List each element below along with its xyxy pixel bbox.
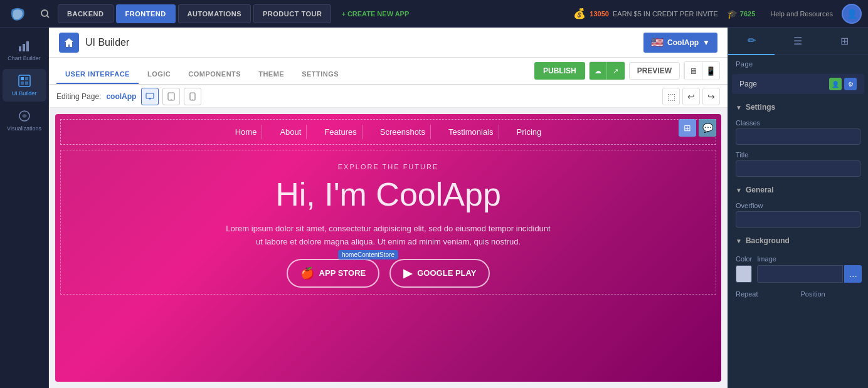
- color-image-row: Color Image …: [736, 255, 860, 283]
- canvas-grid-button[interactable]: ⊞: [679, 119, 696, 137]
- logo[interactable]: [6, 3, 29, 25]
- image-label: Image: [757, 255, 862, 263]
- automations-button[interactable]: AUTOMATIONS: [178, 4, 251, 23]
- mobile-view-button[interactable]: [184, 88, 201, 105]
- image-column: Image …: [757, 255, 862, 283]
- svg-line-1: [46, 15, 49, 18]
- background-header-text: Background: [746, 236, 790, 245]
- title-label: Title: [736, 151, 860, 159]
- image-input-row: …: [757, 265, 862, 283]
- background-section-header[interactable]: ▼ Background: [728, 231, 868, 250]
- main-layout: Chart Builder UI Builder Visualizations: [0, 28, 868, 388]
- builder-home-button[interactable]: [59, 33, 79, 53]
- edit-tools: ⬚ ↩ ↪: [662, 88, 720, 105]
- svg-rect-8: [21, 81, 24, 85]
- image-input[interactable]: [757, 265, 843, 283]
- svg-rect-7: [25, 77, 28, 80]
- color-preview[interactable]: [736, 265, 752, 283]
- sidebar-item-visualizations[interactable]: Visualizations: [3, 104, 46, 137]
- preview-button[interactable]: PREVIEW: [629, 62, 680, 80]
- play-icon: ▶: [403, 266, 412, 280]
- editing-page-name[interactable]: coolApp: [106, 92, 136, 101]
- redo-button[interactable]: ↪: [702, 88, 720, 105]
- classes-label: Classes: [736, 119, 860, 127]
- publish-button[interactable]: PUBLISH: [534, 62, 585, 80]
- overflow-label: Overflow: [736, 202, 860, 209]
- app-selector-chevron: ▼: [702, 38, 710, 47]
- canvas-nav-screenshots[interactable]: Screenshots: [375, 125, 431, 139]
- svg-rect-9: [25, 81, 28, 85]
- app-name: CoolApp: [667, 38, 699, 47]
- panel-add-page-button[interactable]: 👤: [829, 78, 842, 90]
- publish-share-button[interactable]: ↗: [607, 62, 625, 80]
- general-chevron-icon: ▼: [736, 187, 742, 194]
- canvas[interactable]: ⊞ 💬 Home About Features Screenshots Test…: [49, 108, 728, 388]
- google-play-label: GOOGLE PLAY: [417, 268, 476, 278]
- canvas-nav-home[interactable]: Home: [230, 125, 263, 139]
- editing-label: Editing Page:: [56, 92, 101, 101]
- product-tour-button[interactable]: PRODUCT TOUR: [253, 4, 331, 23]
- app-selector[interactable]: 🇺🇸 CoolApp ▼: [643, 33, 717, 53]
- tab-settings[interactable]: SETTINGS: [293, 64, 347, 84]
- create-new-app-button[interactable]: + CREATE NEW APP: [334, 4, 416, 23]
- canvas-nav-testimonials[interactable]: Testimonials: [443, 125, 499, 139]
- editing-bar: Editing Page: coolApp ⬚ ↩ ↪: [49, 85, 728, 108]
- tab-tools: PUBLISH ☁ ↗ PREVIEW 🖥 📱: [534, 61, 720, 84]
- app-store-label: APP STORE: [319, 268, 366, 278]
- user-avatar[interactable]: 👤: [842, 4, 862, 24]
- tab-components[interactable]: COMPONENTS: [179, 64, 250, 84]
- hero-title: Hi, I'm CoolApp: [73, 177, 703, 212]
- content-store-label: homeContentStore: [338, 250, 398, 260]
- canvas-hero-section: EXPLORE THE FUTURE Hi, I'm CoolApp Lorem…: [60, 150, 716, 295]
- general-section-header[interactable]: ▼ General: [728, 181, 868, 199]
- google-play-button[interactable]: ▶ GOOGLE PLAY: [389, 259, 490, 288]
- title-input[interactable]: [736, 160, 860, 177]
- tab-theme[interactable]: THEME: [250, 64, 293, 84]
- settings-chevron-icon: ▼: [736, 104, 742, 111]
- tab-user-interface[interactable]: USER INTERFACE: [56, 64, 139, 84]
- sidebar-viz-label: Visualizations: [7, 125, 41, 132]
- canvas-nav-features[interactable]: Features: [319, 125, 362, 139]
- rpanel-tab-list[interactable]: ☰: [775, 28, 821, 55]
- right-panel: ✏ ☰ ⊞ Page Page 👤 ⚙ ▼ Settings Classes T…: [728, 28, 868, 388]
- classes-input[interactable]: [736, 128, 860, 145]
- credit-area: 💰 13050 EARN $5 IN CREDIT PER INVITE: [573, 8, 717, 19]
- frontend-button[interactable]: FRONTEND: [116, 4, 176, 23]
- preview-device-group: 🖥 📱: [684, 61, 720, 80]
- panel-settings-page-button[interactable]: ⚙: [844, 78, 857, 90]
- undo-button[interactable]: ↩: [682, 88, 700, 105]
- device-icons: [141, 88, 201, 105]
- left-sidebar: Chart Builder UI Builder Visualizations: [0, 28, 49, 388]
- rpanel-tab-pen[interactable]: ✏: [728, 28, 775, 55]
- search-button[interactable]: [35, 4, 55, 24]
- sidebar-item-chart-builder[interactable]: Chart Builder: [3, 34, 46, 66]
- tab-logic[interactable]: LOGIC: [139, 64, 179, 84]
- settings-section-header[interactable]: ▼ Settings: [728, 98, 868, 117]
- fit-view-button[interactable]: ⬚: [662, 88, 680, 105]
- svg-rect-2: [19, 46, 21, 51]
- repeat-position-row: Repeat Position: [728, 288, 868, 303]
- hero-buttons: homeContentStore 🍎 APP STORE ▶ GOOGLE PL…: [73, 259, 703, 288]
- canvas-nav-about[interactable]: About: [275, 125, 307, 139]
- preview-desktop-button[interactable]: 🖥: [684, 62, 702, 80]
- backend-button[interactable]: BACKEND: [58, 4, 114, 23]
- tablet-view-button[interactable]: [162, 88, 180, 105]
- points-area: 🎓 7625: [727, 9, 755, 19]
- help-link[interactable]: Help and Resources: [770, 10, 833, 18]
- rpanel-tab-grid[interactable]: ⊞: [822, 28, 868, 55]
- position-label: Position: [801, 290, 861, 298]
- desktop-view-button[interactable]: [141, 88, 159, 105]
- overflow-select[interactable]: hidden scroll auto: [736, 211, 860, 228]
- overflow-field-row: Overflow hidden scroll auto: [728, 199, 868, 231]
- repeat-column: Repeat: [736, 290, 796, 300]
- svg-rect-6: [21, 77, 24, 80]
- image-browse-button[interactable]: …: [844, 265, 862, 283]
- background-section: Color Image …: [728, 250, 868, 288]
- publish-cloud-button[interactable]: ☁: [590, 62, 607, 80]
- app-store-button[interactable]: 🍎 APP STORE: [287, 259, 380, 288]
- sidebar-item-ui-builder[interactable]: UI Builder: [3, 69, 46, 102]
- canvas-nav-pricing[interactable]: Pricing: [512, 125, 547, 139]
- canvas-content: ⊞ 💬 Home About Features Screenshots Test…: [55, 114, 721, 382]
- canvas-chat-button[interactable]: 💬: [699, 119, 716, 137]
- preview-tablet-button[interactable]: 📱: [702, 62, 719, 80]
